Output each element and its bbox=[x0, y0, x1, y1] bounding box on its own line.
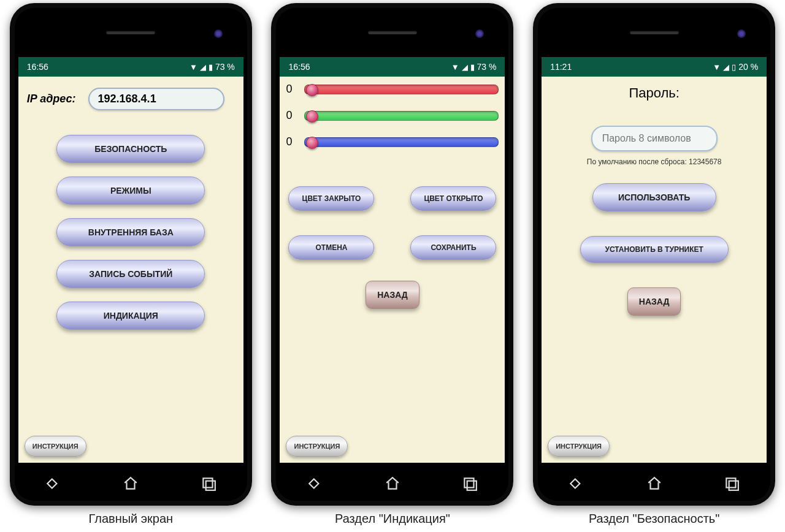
svg-rect-2 bbox=[465, 478, 474, 487]
signal-icon: ◢ bbox=[723, 63, 729, 72]
phone-top bbox=[538, 8, 770, 57]
status-time: 16:56 bbox=[27, 62, 48, 72]
status-bar: 16:56 ▼ ◢ ▮ 73 % bbox=[18, 57, 243, 77]
slider-blue-row: 0 bbox=[286, 135, 499, 148]
screen: 16:56 ▼ ◢ ▮ 73 % IP адрес: БЕЗОПАСНОСТЬ bbox=[18, 57, 243, 463]
phone-inner: 16:56 ▼ ◢ ▮ 73 % IP адрес: БЕЗОПАСНОСТЬ bbox=[15, 8, 247, 501]
set-turnstile-button[interactable]: УСТАНОВИТЬ В ТУРНИКЕТ bbox=[580, 236, 729, 263]
password-hint: По умолчанию после сброса: 12345678 bbox=[548, 158, 760, 166]
speaker-icon bbox=[106, 31, 155, 34]
svg-rect-5 bbox=[729, 481, 738, 490]
home-icon[interactable] bbox=[646, 476, 662, 492]
color-open-button[interactable]: ЦВЕТ ОТКРЫТО bbox=[410, 186, 496, 211]
indication-button[interactable]: ИНДИКАЦИЯ bbox=[56, 302, 205, 330]
main-menu: БЕЗОПАСНОСТЬ РЕЖИМЫ ВНУТРЕННЯЯ БАЗА ЗАПИ… bbox=[25, 135, 237, 330]
ip-row: IP адрес: bbox=[25, 88, 237, 110]
svg-rect-1 bbox=[205, 481, 215, 490]
android-nav bbox=[15, 466, 247, 501]
phone-inner: 16:56 ▼ ◢ ▮ 73 % 0 0 bbox=[276, 8, 508, 501]
phone-top bbox=[15, 8, 247, 57]
back-row: НАЗАД bbox=[286, 281, 499, 309]
battery-icon: ▮ bbox=[209, 63, 213, 72]
password-buttons: ИСПОЛЬЗОВАТЬ УСТАНОВИТЬ В ТУРНИКЕТ НАЗАД bbox=[548, 183, 760, 316]
status-time: 16:56 bbox=[288, 62, 310, 72]
phone-frame: 11:21 ▼ ◢ ▯ 20 % Пароль: По умолчанию по… bbox=[533, 3, 775, 506]
phone-main: 16:56 ▼ ◢ ▮ 73 % IP адрес: БЕЗОПАСНОСТЬ bbox=[10, 3, 252, 526]
caption-main: Главный экран bbox=[89, 512, 174, 526]
phone-top bbox=[276, 8, 508, 57]
password-input[interactable] bbox=[591, 126, 718, 151]
password-title: Пароль: bbox=[548, 85, 760, 101]
back-icon[interactable] bbox=[307, 476, 323, 492]
home-icon[interactable] bbox=[123, 476, 139, 492]
phone-frame: 16:56 ▼ ◢ ▮ 73 % IP адрес: БЕЗОПАСНОСТЬ bbox=[10, 3, 252, 506]
status-battery: 73 % bbox=[477, 62, 497, 72]
speaker-icon bbox=[630, 31, 679, 34]
battery-icon: ▮ bbox=[470, 63, 475, 72]
phone-inner: 11:21 ▼ ◢ ▯ 20 % Пароль: По умолчанию по… bbox=[538, 8, 770, 501]
slider-green[interactable] bbox=[304, 111, 499, 121]
recent-icon[interactable] bbox=[724, 476, 740, 492]
cancel-button[interactable]: ОТМЕНА bbox=[288, 235, 374, 260]
status-right: ▼ ◢ ▮ 73 % bbox=[451, 62, 497, 72]
camera-icon bbox=[475, 29, 484, 38]
back-button[interactable]: НАЗАД bbox=[627, 287, 681, 316]
status-battery: 20 % bbox=[738, 62, 758, 72]
content-main: IP адрес: БЕЗОПАСНОСТЬ РЕЖИМЫ ВНУТРЕННЯЯ… bbox=[18, 77, 243, 463]
phone-security: 11:21 ▼ ◢ ▯ 20 % Пароль: По умолчанию по… bbox=[533, 3, 775, 526]
slider-red-value: 0 bbox=[286, 83, 296, 96]
status-right: ▼ ◢ ▮ 73 % bbox=[190, 62, 235, 72]
color-closed-button[interactable]: ЦВЕТ ЗАКРЫТО bbox=[288, 186, 374, 211]
back-button[interactable]: НАЗАД bbox=[366, 281, 419, 309]
wifi-icon: ▼ bbox=[190, 63, 197, 72]
events-log-button[interactable]: ЗАПИСЬ СОБЫТИЙ bbox=[56, 260, 205, 288]
security-button[interactable]: БЕЗОПАСНОСТЬ bbox=[56, 135, 205, 163]
recent-icon[interactable] bbox=[462, 476, 478, 492]
caption-security: Раздел "Безопасность" bbox=[589, 512, 719, 526]
modes-button[interactable]: РЕЖИМЫ bbox=[56, 177, 205, 205]
content-indication: 0 0 0 ЦВЕТ ЗАКРЫТО ЦВЕТ ОТКРЫТО bbox=[280, 77, 505, 463]
status-time: 11:21 bbox=[550, 62, 572, 72]
status-battery: 73 % bbox=[215, 62, 235, 72]
status-bar: 16:56 ▼ ◢ ▮ 73 % bbox=[280, 57, 505, 77]
recent-icon[interactable] bbox=[201, 476, 216, 492]
ip-label: IP адрес: bbox=[27, 93, 76, 105]
home-icon[interactable] bbox=[385, 476, 400, 492]
speaker-icon bbox=[368, 31, 417, 34]
slider-red[interactable] bbox=[304, 85, 499, 94]
action-buttons-row: ОТМЕНА СОХРАНИТЬ bbox=[288, 235, 496, 260]
instruction-button[interactable]: ИНСТРУКЦИЯ bbox=[25, 436, 86, 457]
signal-icon: ◢ bbox=[200, 63, 206, 72]
signal-icon: ◢ bbox=[462, 63, 468, 72]
back-icon[interactable] bbox=[569, 476, 584, 492]
battery-low-icon: ▯ bbox=[732, 63, 736, 72]
ip-input[interactable] bbox=[88, 88, 224, 110]
slider-thumb-icon[interactable] bbox=[306, 137, 318, 149]
svg-rect-4 bbox=[726, 478, 735, 487]
wifi-icon: ▼ bbox=[451, 63, 459, 72]
slider-red-row: 0 bbox=[286, 83, 499, 96]
use-button[interactable]: ИСПОЛЬЗОВАТЬ bbox=[592, 183, 716, 211]
screen: 16:56 ▼ ◢ ▮ 73 % 0 0 bbox=[280, 57, 505, 463]
instruction-button[interactable]: ИНСТРУКЦИЯ bbox=[548, 436, 610, 457]
internal-db-button[interactable]: ВНУТРЕННЯЯ БАЗА bbox=[56, 218, 205, 246]
save-button[interactable]: СОХРАНИТЬ bbox=[410, 235, 496, 260]
camera-icon bbox=[214, 29, 223, 38]
slider-green-value: 0 bbox=[286, 109, 296, 122]
instruction-button[interactable]: ИНСТРУКЦИЯ bbox=[286, 436, 348, 457]
slider-thumb-icon[interactable] bbox=[306, 84, 318, 96]
android-nav bbox=[538, 466, 770, 501]
slider-thumb-icon[interactable] bbox=[306, 110, 318, 123]
slider-blue[interactable] bbox=[304, 137, 499, 147]
slider-green-row: 0 bbox=[286, 109, 499, 122]
screen: 11:21 ▼ ◢ ▯ 20 % Пароль: По умолчанию по… bbox=[542, 57, 767, 463]
status-right: ▼ ◢ ▯ 20 % bbox=[713, 62, 758, 72]
svg-rect-0 bbox=[203, 478, 212, 487]
svg-rect-3 bbox=[467, 481, 477, 490]
content-security: Пароль: По умолчанию после сброса: 12345… bbox=[542, 77, 767, 463]
wifi-icon: ▼ bbox=[713, 63, 721, 72]
color-buttons-row: ЦВЕТ ЗАКРЫТО ЦВЕТ ОТКРЫТО bbox=[288, 186, 496, 211]
slider-blue-value: 0 bbox=[286, 135, 296, 148]
caption-indication: Раздел "Индикация" bbox=[335, 512, 450, 526]
back-icon[interactable] bbox=[45, 476, 61, 492]
